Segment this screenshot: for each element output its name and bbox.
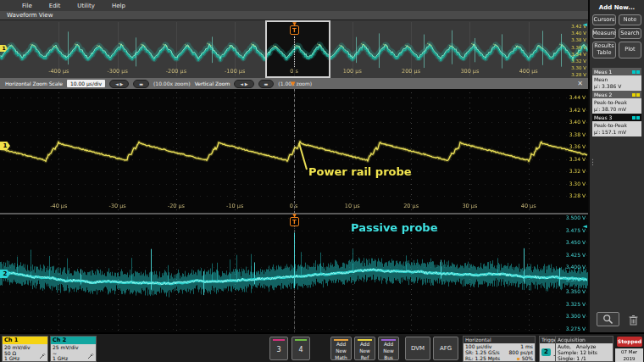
h-zoom-pan-buttons[interactable]: ◄ ▶ <box>109 80 129 88</box>
meas-name: Meas 3 <box>594 114 612 121</box>
v-zoom-slider[interactable]: ▬ <box>258 80 275 88</box>
ch2-reference-arrow[interactable]: ◄ <box>583 224 587 230</box>
probe-icon <box>39 353 46 361</box>
overview-x-label: 200 µs <box>402 68 420 75</box>
results-table-button[interactable]: Results Table <box>592 42 616 58</box>
h-zoom-slider[interactable]: ▬ <box>133 80 149 88</box>
zoom-close-icon[interactable]: ✕ <box>577 80 583 87</box>
dvm-button[interactable]: DVM <box>405 337 430 360</box>
probe-icon <box>87 353 94 361</box>
acquisition-panel[interactable]: Acquisition Auto, Analyze Sample: 12 bit… <box>555 336 613 362</box>
horizontal-position: 50% <box>522 355 533 361</box>
plot-button[interactable]: Plot <box>619 42 641 58</box>
overview-y-label: 3.38 V <box>571 38 586 43</box>
meas-type: Peak-to-Peak <box>594 99 640 106</box>
main-x-label: -40 µs <box>50 203 67 209</box>
channel-3-label: 3 <box>270 341 287 359</box>
channel-2-label: Ch 2 <box>51 337 96 344</box>
main-graticule[interactable]: -40 µs-30 µs-20 µs-10 µs0 s10 µs20 µs30 … <box>0 89 588 213</box>
main-y-label: 3.32 V <box>569 169 586 174</box>
overview-x-label: -100 µs <box>225 68 245 75</box>
h-zoom-factor: (10.00x zoom) <box>153 81 191 86</box>
menu-utility[interactable]: Utility <box>77 3 95 9</box>
main-x-label: 10 µs <box>345 203 360 209</box>
horizontal-title: Horizontal <box>464 337 535 343</box>
main-x-label: 0 s <box>290 203 298 209</box>
main-y-label: 3.40 V <box>569 120 586 125</box>
add-new-ref-button[interactable]: Add New Ref <box>354 337 375 360</box>
menu-edit[interactable]: Edit <box>49 3 61 9</box>
cursors-button[interactable]: Cursors <box>592 14 616 25</box>
overview-ch2-reference-arrow[interactable]: ◄ <box>583 22 587 28</box>
acquisition-title: Acquisition <box>556 337 613 343</box>
overview-x-label: -200 µs <box>166 68 186 75</box>
menu-help[interactable]: Help <box>112 3 125 9</box>
bottom-y-label: 3.300 V <box>566 314 586 319</box>
bottom-y-label: 3.350 V <box>566 289 586 294</box>
channel-1-badge[interactable]: Ch 1 20 mV/div 50 Ω 1 GHz <box>2 336 48 362</box>
trash-button[interactable] <box>627 313 639 326</box>
meas-type: Mean <box>594 76 640 83</box>
passive-probe-waveform[interactable] <box>0 214 588 332</box>
channel-2-badge[interactable]: Ch 2 25 mV/div ~ 1 GHz <box>50 336 97 362</box>
main-y-label: 3.38 V <box>569 132 586 137</box>
overview-graticule[interactable]: -400 µs-300 µs-200 µs-100 µs100 µs200 µs… <box>0 20 588 78</box>
channel-1-label: Ch 1 <box>3 337 47 344</box>
channel-4-label: 4 <box>292 341 309 359</box>
panel-resize-handle-icon[interactable]: ⋮ <box>589 158 597 166</box>
overview-trigger-marker[interactable]: ▼ T <box>289 21 300 35</box>
channel-3-button[interactable]: 3 <box>269 337 288 360</box>
trigger-t-icon: T <box>290 217 299 226</box>
draw-a-box-zoom-button[interactable] <box>597 312 619 326</box>
overview-trigger-dotted-line <box>294 36 295 67</box>
horizontal-rl: RL: 1.25 Mpts <box>465 356 500 362</box>
meas-2-badge[interactable]: Meas 2 Peak-to-Peak μ′: 38.70 mV <box>592 91 641 114</box>
meas-source-indicator <box>632 93 640 97</box>
bottom-y-label: 3.325 V <box>566 302 586 307</box>
meas-value: μ′: 38.70 mV <box>594 106 640 113</box>
date-value: 07 Mar 2019 <box>615 348 643 362</box>
waveform-view-title: Waveform View <box>0 11 588 20</box>
horizontal-panel[interactable]: Horizontal 100 µs/div 1 ms SR: 1.25 GS/s… <box>463 336 536 362</box>
acq-single: Single: 1 /1 <box>558 356 586 362</box>
overview-x-label: -400 µs <box>48 68 69 75</box>
afg-button[interactable]: AFG <box>433 337 458 360</box>
v-zoom-pan-buttons[interactable]: ◄ ▶ <box>234 80 253 88</box>
add-new-bus-button[interactable]: Add New Bus <box>378 337 399 360</box>
overview-zero-label: 0 s <box>290 68 298 75</box>
meas-3-badge[interactable]: Meas 3 Peak-to-Peak μ′: 157.1 mV <box>592 114 641 136</box>
meas-1-badge[interactable]: Meas 1 Mean μ′: 3.386 V <box>592 68 641 91</box>
note-button[interactable]: Note <box>619 14 641 25</box>
main-y-label: 3.36 V <box>569 144 586 149</box>
stopped-button[interactable]: Stopped <box>617 337 642 347</box>
bottom-trigger-marker[interactable]: ▼ T <box>289 213 300 226</box>
add-new-math-button[interactable]: Add New Math <box>330 337 352 360</box>
bottom-y-label: 3.450 V <box>566 240 586 245</box>
measure-button[interactable]: Measure <box>592 28 616 39</box>
menu-file[interactable]: File <box>22 3 32 9</box>
h-zoom-scale-value[interactable]: 10.00 µs/div <box>67 80 105 87</box>
overview-x-label: 100 µs <box>343 68 362 75</box>
zoom-pointer-triangle-icon: ▼ <box>291 81 295 87</box>
magnifier-icon <box>602 314 613 325</box>
overview-y-label: 3.34 V <box>571 53 586 58</box>
bottom-y-label: 3.375 V <box>566 277 586 282</box>
main-x-label: -20 µs <box>168 203 185 209</box>
main-y-label: 3.44 V <box>569 95 586 100</box>
bottom-y-label: 3.425 V <box>566 253 586 258</box>
main-x-label: -10 µs <box>226 203 243 209</box>
main-y-label: 3.42 V <box>569 108 586 113</box>
overview-x-label: 300 µs <box>460 68 479 75</box>
results-panel: Add New... Cursors Note Measure Search R… <box>588 0 644 332</box>
overview-y-label: 3.36 V <box>571 46 586 51</box>
trash-icon <box>629 315 638 326</box>
position-marker-icon: ▪ <box>517 355 520 361</box>
search-button[interactable]: Search <box>619 28 641 39</box>
main-x-label: -30 µs <box>108 203 125 209</box>
meas-source-indicator <box>632 116 640 120</box>
bottom-graticule[interactable]: 3.500 V3.475 V3.450 V3.425 V3.400 V3.375… <box>0 214 588 332</box>
channel-4-button[interactable]: 4 <box>291 337 310 360</box>
meas-name: Meas 2 <box>594 91 612 98</box>
power-rail-waveform[interactable] <box>0 89 588 213</box>
main-x-label: 30 µs <box>462 203 477 209</box>
